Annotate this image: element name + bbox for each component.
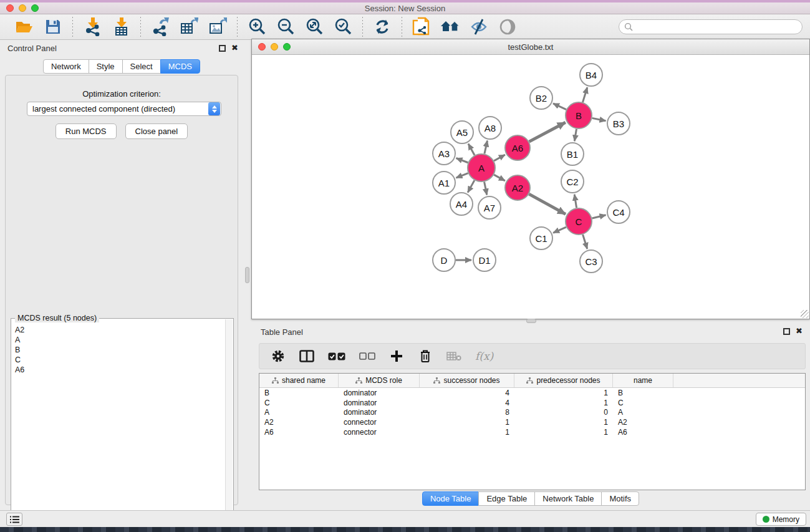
edge-C-C1[interactable] [553,227,566,233]
network-canvas[interactable]: AA6A2BCA1A3A4A5A7A8B1B2B3B4C1C2C3C4DD1 [252,55,809,319]
panel-list-button[interactable] [6,513,22,526]
export-image-icon[interactable] [207,16,228,37]
graph-node-A7[interactable]: A7 [478,196,501,219]
mcds-result-item[interactable]: A2 [15,325,225,335]
table-cell[interactable]: C [613,399,673,407]
save-session-icon[interactable] [42,16,64,37]
edge-A6-B[interactable] [529,122,566,142]
graph-node-C3[interactable]: C3 [580,250,602,273]
zoom-out-icon[interactable] [275,16,296,37]
table-cell[interactable]: 4 [420,399,514,407]
tab-select[interactable]: Select [122,59,161,74]
graph-node-A5[interactable]: A5 [451,121,473,143]
table-cell[interactable]: A2 [613,418,673,427]
edge-A2-C[interactable] [529,194,566,214]
table-cell[interactable]: dominator [339,408,420,417]
vertical-splitter-handle[interactable] [245,267,249,283]
gear-icon[interactable] [271,347,286,365]
refresh-view-icon[interactable] [372,16,393,37]
minimize-window-button[interactable] [19,4,26,12]
tab-motifs[interactable]: Motifs [601,491,639,506]
open-session-icon[interactable] [14,16,35,37]
table-cell[interactable]: A6 [259,428,339,437]
criterion-dropdown[interactable]: largest connected component (directed) [27,102,221,116]
table-cell[interactable]: connector [339,418,420,427]
table-row[interactable]: A6connector11A6 [259,427,805,437]
mcds-result-list[interactable]: A2ABCA6 [12,321,225,532]
table-cell[interactable]: dominator [339,399,420,407]
table-cell[interactable]: 1 [514,418,613,427]
column-view-icon[interactable] [299,347,314,365]
graph-node-B4[interactable]: B4 [580,64,602,86]
graph-node-B2[interactable]: B2 [530,87,552,109]
mcds-result-item[interactable]: A6 [15,365,225,375]
show-eye-icon[interactable] [497,16,518,37]
float-panel-icon[interactable] [219,45,226,52]
delete-column-icon[interactable] [418,347,433,365]
graph-node-B3[interactable]: B3 [607,112,630,135]
graph-node-A8[interactable]: A8 [479,117,501,139]
delete-table-icon[interactable] [446,347,461,365]
tab-network[interactable]: Network [43,59,89,74]
table-cell[interactable]: 0 [514,408,613,417]
table-cell[interactable]: 1 [514,428,613,437]
table-cell[interactable]: C [259,399,339,407]
table-row[interactable]: Bdominator41B [259,388,805,398]
graph-node-C[interactable]: C [566,208,592,235]
table-cell[interactable]: 8 [420,408,514,417]
zoom-selected-icon[interactable] [332,16,354,37]
table-cell[interactable]: B [259,389,339,397]
export-table-icon[interactable] [178,16,200,37]
network-close-button[interactable] [258,43,266,51]
search-input[interactable] [635,22,802,31]
edge-A-A1[interactable] [456,173,468,178]
export-network-icon[interactable] [150,16,171,37]
column-header-MCDS-role[interactable]: MCDS role [339,374,420,387]
tab-style[interactable]: Style [89,59,123,74]
close-panel-button[interactable]: Close panel [125,123,188,139]
column-header-name[interactable]: name [613,374,673,387]
close-window-button[interactable] [6,4,14,12]
zoom-in-icon[interactable] [246,16,268,37]
graph-node-D1[interactable]: D1 [473,249,496,271]
table-cell[interactable]: dominator [339,389,420,397]
edge-A-A7[interactable] [485,182,487,195]
table-cell[interactable]: 1 [420,428,514,437]
table-cell[interactable]: A [259,408,339,417]
table-row[interactable]: Cdominator41C [259,398,805,408]
import-table-icon[interactable] [110,16,132,37]
edge-B-B3[interactable] [592,118,606,120]
table-cell[interactable]: connector [339,428,420,437]
table-row[interactable]: Adominator80A [259,407,805,417]
run-mcds-button[interactable]: Run MCDS [55,123,117,139]
edge-A-A4[interactable] [468,180,475,192]
window-resize-grip[interactable] [801,310,809,318]
edge-B-B2[interactable] [553,104,566,110]
table-cell[interactable]: A2 [259,418,339,427]
close-panel-icon[interactable]: ✖ [231,43,238,52]
zoom-window-button[interactable] [31,4,39,12]
column-header-successor-nodes[interactable]: successor nodes [420,374,514,387]
graph-node-C1[interactable]: C1 [530,227,552,249]
graph-node-D[interactable]: D [433,249,455,271]
network-minimize-button[interactable] [271,43,278,51]
edge-B-B1[interactable] [574,129,576,142]
table-cell[interactable]: B [613,389,673,397]
home-view-icon[interactable] [440,16,461,37]
import-network-icon[interactable] [82,16,103,37]
mcds-result-item[interactable]: C [15,355,225,365]
table-cell[interactable]: A6 [613,428,673,437]
memory-button[interactable]: Memory [756,513,806,526]
graph-node-A6[interactable]: A6 [505,135,530,160]
table-close-panel-icon[interactable]: ✖ [796,326,803,336]
column-header-predecessor-nodes[interactable]: predecessor nodes [514,374,613,387]
table-cell[interactable]: A [613,408,673,417]
edge-B-B4[interactable] [582,87,587,102]
unselect-all-checks-icon[interactable] [359,347,375,365]
mcds-result-item[interactable]: A [15,335,225,345]
network-window-titlebar[interactable]: testGlobe.txt [252,39,809,55]
graph-node-A[interactable]: A [468,154,495,181]
mcds-result-scrollbar[interactable] [225,319,233,532]
select-all-checks-icon[interactable] [328,347,345,365]
clone-network-icon[interactable] [411,16,432,37]
